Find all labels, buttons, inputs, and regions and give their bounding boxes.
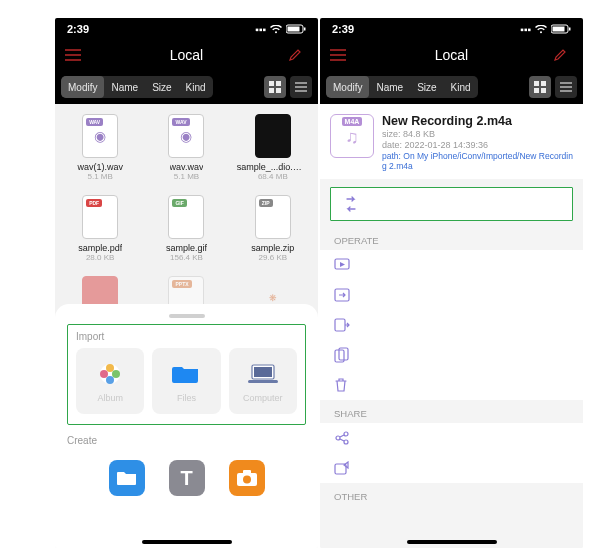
filter-bar: Modify Name Size Kind xyxy=(320,70,583,104)
svg-point-31 xyxy=(344,432,348,436)
menu-icon[interactable] xyxy=(65,49,85,61)
file-item[interactable]: sample_...dio.mov 68.4 MB xyxy=(232,114,314,181)
phone-right: 2:39 ▪▪▪ Local Modify Nam xyxy=(320,18,583,548)
trash-icon xyxy=(334,377,348,393)
svg-rect-13 xyxy=(254,367,272,377)
import-label: Import xyxy=(76,331,297,342)
import-computer-button[interactable]: Computer xyxy=(229,348,297,414)
svg-rect-21 xyxy=(534,81,539,86)
home-indicator[interactable] xyxy=(142,540,232,544)
wifi-icon xyxy=(270,25,282,34)
copy-icon xyxy=(334,347,350,363)
operate-play-row[interactable] xyxy=(320,250,583,280)
operate-list xyxy=(320,250,583,400)
filter-bar: Modify Name Size Kind xyxy=(55,70,318,104)
music-note-icon: ♫ xyxy=(345,126,359,148)
svg-point-10 xyxy=(106,376,114,384)
m4a-file-icon: M4A ♫ xyxy=(330,114,374,158)
svg-point-9 xyxy=(112,370,120,378)
file-item[interactable]: WAV◉ wav.wav 5.1 MB xyxy=(145,114,227,181)
sort-kind[interactable]: Kind xyxy=(179,76,213,98)
operate-delete-row[interactable] xyxy=(320,370,583,400)
battery-icon xyxy=(286,24,306,34)
svg-rect-27 xyxy=(335,319,345,331)
open-in-icon xyxy=(334,288,350,302)
file-size: size: 84.8 KB xyxy=(382,129,573,139)
file-item[interactable]: GIF sample.gif 156.4 KB xyxy=(145,195,227,262)
svg-point-32 xyxy=(344,440,348,444)
move-icon xyxy=(334,318,350,332)
import-section: Import Album Files xyxy=(67,324,306,425)
svg-point-16 xyxy=(243,476,251,484)
svg-rect-2 xyxy=(304,28,306,31)
sort-size[interactable]: Size xyxy=(410,76,443,98)
view-grid-icon[interactable] xyxy=(529,76,551,98)
create-text-button[interactable]: T xyxy=(169,460,205,496)
laptop-icon xyxy=(248,359,278,389)
sort-name[interactable]: Name xyxy=(104,76,145,98)
sort-modify[interactable]: Modify xyxy=(326,76,369,98)
svg-rect-5 xyxy=(269,88,274,93)
file-path: path: On My iPhone/iConv/Imported/New Re… xyxy=(382,151,573,171)
create-label: Create xyxy=(67,435,306,446)
wifi-icon xyxy=(535,25,547,34)
export-icon xyxy=(334,461,350,475)
phone-left: 2:39 ▪▪▪ Local Modify Nam xyxy=(55,18,318,548)
status-time: 2:39 xyxy=(332,23,354,35)
svg-rect-17 xyxy=(243,470,251,474)
view-list-icon[interactable] xyxy=(555,76,577,98)
create-folder-button[interactable] xyxy=(109,460,145,496)
sort-name[interactable]: Name xyxy=(369,76,410,98)
detail-body: M4A ♫ New Recording 2.m4a size: 84.8 KB … xyxy=(320,104,583,548)
file-item[interactable]: WAV◉ wav(1).wav 5.1 MB xyxy=(59,114,141,181)
status-indicators: ▪▪▪ xyxy=(255,24,306,35)
play-icon: ◉ xyxy=(94,128,106,144)
svg-point-30 xyxy=(336,436,340,440)
status-bar: 2:39 ▪▪▪ xyxy=(320,18,583,40)
play-outline-icon xyxy=(334,258,350,272)
edit-icon[interactable] xyxy=(288,48,308,62)
view-list-icon[interactable] xyxy=(290,76,312,98)
operate-copy-row[interactable] xyxy=(320,340,583,370)
create-camera-button[interactable] xyxy=(229,460,265,496)
svg-rect-1 xyxy=(288,27,300,32)
home-indicator[interactable] xyxy=(407,540,497,544)
share-action-row[interactable] xyxy=(320,423,583,453)
status-bar: 2:39 ▪▪▪ xyxy=(55,18,318,40)
share-export-row[interactable] xyxy=(320,453,583,483)
operate-move-row[interactable] xyxy=(320,310,583,340)
share-icon xyxy=(334,430,350,446)
sheet-handle[interactable] xyxy=(169,314,205,318)
file-item[interactable]: ZIP sample.zip 29.6 KB xyxy=(232,195,314,262)
sort-size[interactable]: Size xyxy=(145,76,178,98)
sort-kind[interactable]: Kind xyxy=(444,76,478,98)
sort-modify[interactable]: Modify xyxy=(61,76,104,98)
edit-icon[interactable] xyxy=(553,48,573,62)
nav-title: Local xyxy=(85,47,288,63)
sort-segmented: Modify Name Size Kind xyxy=(61,76,213,98)
convert-icon xyxy=(343,196,359,212)
operate-open-row[interactable] xyxy=(320,280,583,310)
svg-rect-3 xyxy=(269,81,274,86)
svg-rect-14 xyxy=(248,380,278,383)
other-label: OTHER xyxy=(320,483,583,506)
nav-title: Local xyxy=(350,47,553,63)
play-icon: ◉ xyxy=(180,128,192,144)
nav-bar: Local xyxy=(55,40,318,70)
share-list xyxy=(320,423,583,483)
signal-icon: ▪▪▪ xyxy=(520,24,531,35)
svg-rect-20 xyxy=(569,28,571,31)
share-label: SHARE xyxy=(320,400,583,423)
file-item[interactable]: PDF sample.pdf 28.0 KB xyxy=(59,195,141,262)
file-grid: WAV◉ wav(1).wav 5.1 MB WAV◉ wav.wav 5.1 … xyxy=(55,104,318,324)
import-album-button[interactable]: Album xyxy=(76,348,144,414)
sort-segmented: Modify Name Size Kind xyxy=(326,76,478,98)
file-date: date: 2022-01-28 14:39:36 xyxy=(382,140,573,150)
menu-icon[interactable] xyxy=(330,49,350,61)
battery-icon xyxy=(551,24,571,34)
view-grid-icon[interactable] xyxy=(264,76,286,98)
import-files-button[interactable]: Files xyxy=(152,348,220,414)
convert-action-row[interactable] xyxy=(330,187,573,221)
folder-icon xyxy=(171,359,201,389)
nav-bar: Local xyxy=(320,40,583,70)
